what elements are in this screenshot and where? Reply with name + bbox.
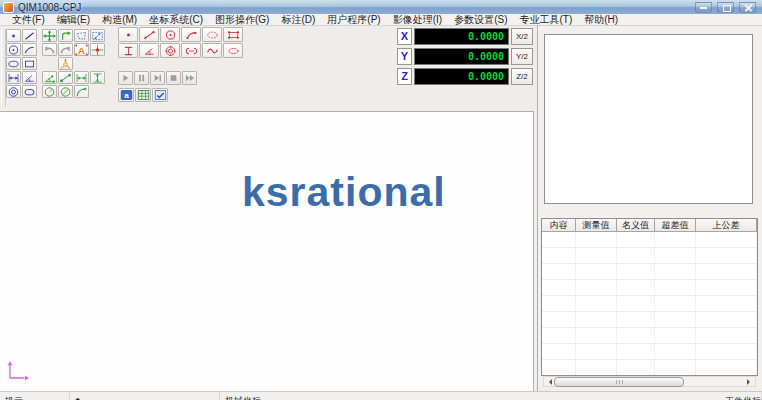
menu-item[interactable]: 图形操作(G) <box>209 14 275 25</box>
move-cross-button[interactable] <box>42 29 57 42</box>
slot-red-icon <box>185 45 198 57</box>
axis-button[interactable]: Y <box>397 48 412 65</box>
graphic-preview-area[interactable] <box>544 34 753 204</box>
table-row[interactable] <box>542 296 757 312</box>
axis-half-button[interactable]: Z/2 <box>511 68 533 85</box>
ellipse-button[interactable] <box>6 57 21 70</box>
column-header[interactable]: 内容 <box>542 219 576 232</box>
table-cell <box>576 232 617 248</box>
axis-half-button[interactable]: X/2 <box>511 28 533 45</box>
table-cell <box>617 232 655 248</box>
column-header[interactable]: 测量值 <box>576 219 617 232</box>
table-cell <box>576 248 617 264</box>
table-cell <box>576 280 617 296</box>
table-cell <box>617 312 655 328</box>
step-forward-button[interactable] <box>150 71 165 85</box>
height-red-button[interactable] <box>118 43 138 58</box>
line-red-button[interactable] <box>139 27 159 42</box>
line-button[interactable] <box>22 29 37 42</box>
menu-item[interactable]: 专业工具(T) <box>514 14 579 25</box>
export-report-button[interactable] <box>152 88 168 102</box>
polygon-select-button[interactable] <box>74 29 89 42</box>
menu-item[interactable]: 标注(D) <box>275 14 321 25</box>
rectangle-red-button[interactable] <box>223 27 243 42</box>
table-row[interactable] <box>542 248 757 264</box>
curve-red-button[interactable] <box>202 43 222 58</box>
export-text-button[interactable]: a <box>118 88 134 102</box>
concentric-red-button[interactable] <box>160 43 180 58</box>
export-excel-button[interactable] <box>135 88 151 102</box>
redo-button[interactable] <box>58 43 73 56</box>
arc-icon <box>23 44 36 56</box>
table-cell <box>617 264 655 280</box>
ellipse-red-button[interactable] <box>202 27 222 42</box>
table-row[interactable] <box>542 232 757 248</box>
radius-green-button[interactable] <box>74 85 89 98</box>
menu-item[interactable]: 坐标系统(C) <box>143 14 209 25</box>
table-row[interactable] <box>542 264 757 280</box>
table-row[interactable] <box>542 280 757 296</box>
arc-red-button[interactable] <box>181 27 201 42</box>
axis-button[interactable]: Z <box>397 68 412 85</box>
circle-red-button[interactable] <box>160 27 180 42</box>
play-button[interactable] <box>118 71 133 85</box>
angle-button[interactable] <box>22 71 37 84</box>
menu-item[interactable]: 编辑(E) <box>51 14 96 25</box>
table-cell <box>655 280 696 296</box>
table-row[interactable] <box>542 344 757 360</box>
table-horizontal-scrollbar[interactable] <box>543 376 756 387</box>
menu-item[interactable]: 参数设置(S) <box>448 14 513 25</box>
circle-center-button[interactable] <box>6 43 21 56</box>
oblong-red-button[interactable] <box>223 43 243 58</box>
datum-point-button[interactable] <box>90 43 105 56</box>
skip-forward-button[interactable] <box>182 71 197 85</box>
drawing-canvas[interactable]: ksrational <box>0 111 534 391</box>
axis-construct-button[interactable] <box>58 57 73 70</box>
pan-button[interactable] <box>58 29 73 42</box>
point-red-button[interactable] <box>118 27 138 42</box>
table-row[interactable] <box>542 360 757 376</box>
circle-green-button[interactable] <box>42 85 57 98</box>
column-header[interactable]: 名义值 <box>617 219 655 232</box>
axis-half-button[interactable]: Y/2 <box>511 48 533 65</box>
slot-button[interactable] <box>22 85 37 98</box>
close-button[interactable] <box>739 2 756 13</box>
svg-text:a: a <box>124 91 129 100</box>
menu-item[interactable]: 构造(M) <box>96 14 143 25</box>
distance-button[interactable] <box>6 71 21 84</box>
slot-red-button[interactable] <box>181 43 201 58</box>
left-arrow-icon <box>546 379 552 385</box>
maximize-button[interactable] <box>717 2 734 13</box>
diameter-green-button[interactable] <box>58 85 73 98</box>
axis-button[interactable]: X <box>397 28 412 45</box>
scrollbar-thumb[interactable] <box>554 377 684 387</box>
pause-button[interactable] <box>134 71 149 85</box>
ring-button[interactable] <box>6 85 21 98</box>
column-header[interactable]: 超差值 <box>655 219 696 232</box>
line-green-button[interactable] <box>58 71 73 84</box>
minimize-button[interactable] <box>695 2 712 13</box>
angle-green-button[interactable] <box>42 71 57 84</box>
scroll-left-button[interactable] <box>544 377 554 386</box>
undo-button[interactable] <box>42 43 57 56</box>
scroll-right-button[interactable] <box>745 377 755 386</box>
rectangle-button[interactable] <box>22 57 37 70</box>
menu-item[interactable]: 文件(F) <box>6 14 51 25</box>
h-distance-green-button[interactable] <box>74 71 89 84</box>
results-table-body <box>542 232 757 376</box>
column-header[interactable]: 上公差 <box>696 219 757 232</box>
menu-item[interactable]: 用户程序(P) <box>321 14 386 25</box>
v-height-green-button[interactable] <box>90 71 105 84</box>
stop-button[interactable] <box>166 71 181 85</box>
angle-red-button[interactable] <box>139 43 159 58</box>
point-button[interactable] <box>6 29 21 42</box>
text-label-button[interactable]: A <box>74 43 89 56</box>
axis-readout: 0.0000 <box>414 28 509 45</box>
menu-item[interactable]: 帮助(H) <box>578 14 624 25</box>
table-row[interactable] <box>542 312 757 328</box>
zoom-extent-button[interactable] <box>90 29 105 42</box>
arc-button[interactable] <box>22 43 37 56</box>
menu-item[interactable]: 影像处理(I) <box>387 14 448 25</box>
line-icon <box>23 30 36 42</box>
table-row[interactable] <box>542 328 757 344</box>
